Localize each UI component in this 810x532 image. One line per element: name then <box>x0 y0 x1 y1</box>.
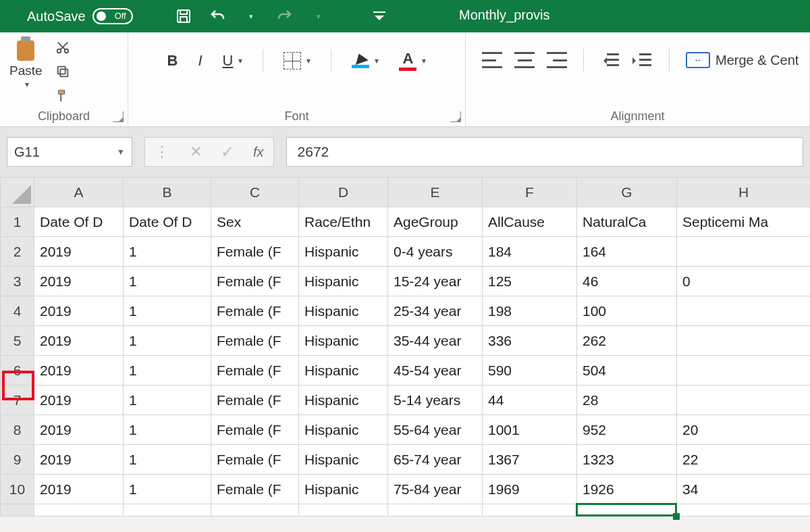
underline-button[interactable]: U ▾ <box>219 51 247 71</box>
dialog-launcher-icon[interactable] <box>113 111 124 122</box>
font-color-button[interactable]: A ▾ <box>395 49 430 72</box>
cell[interactable]: Female (F <box>211 415 299 445</box>
cell[interactable]: Hispanic <box>299 326 388 356</box>
cell[interactable]: Hispanic <box>299 237 388 267</box>
cell[interactable]: 0 <box>677 267 811 296</box>
cell[interactable]: 100 <box>577 296 677 326</box>
align-right-button[interactable] <box>547 52 567 68</box>
borders-button[interactable]: ▾ <box>279 51 315 71</box>
cell[interactable]: Female (F <box>211 475 299 504</box>
cell[interactable]: 75-84 year <box>388 475 483 504</box>
cell[interactable]: Female (F <box>211 445 299 475</box>
cell[interactable] <box>677 326 811 356</box>
autosave-toggle[interactable]: AutoSave Off <box>27 8 133 24</box>
table-row[interactable]: 420191Female (FHispanic25-34 year198100 <box>1 296 811 326</box>
cell[interactable] <box>211 504 299 516</box>
col-header-H[interactable]: H <box>677 178 811 207</box>
cell[interactable]: Female (F <box>211 356 299 385</box>
cell[interactable]: 1969 <box>483 475 577 504</box>
paste-button[interactable]: Paste ▾ <box>9 36 43 104</box>
row-header[interactable] <box>1 504 34 516</box>
cell[interactable]: 0-4 years <box>388 237 483 267</box>
cell[interactable]: 2019 <box>34 267 124 296</box>
cell[interactable]: 5-14 years <box>388 385 483 415</box>
cell[interactable]: 1 <box>124 237 211 267</box>
table-row[interactable]: 720191Female (FHispanic5-14 years4428 <box>1 385 811 415</box>
cell[interactable]: 2019 <box>34 296 124 326</box>
row-header[interactable]: 9 <box>1 445 34 475</box>
cut-icon[interactable] <box>55 39 71 55</box>
row-header[interactable]: 8 <box>1 415 34 445</box>
table-row[interactable]: 1 Date Of D Date Of D Sex Race/Ethn AgeG… <box>1 207 811 237</box>
cell[interactable]: 590 <box>483 356 577 385</box>
increase-indent-button[interactable] <box>632 52 653 68</box>
drag-handle-icon[interactable]: ⋮ <box>155 143 171 161</box>
cell[interactable] <box>34 504 124 516</box>
format-painter-icon[interactable] <box>55 88 71 104</box>
cell[interactable]: Hispanic <box>299 356 388 385</box>
cell[interactable] <box>299 504 388 516</box>
cell[interactable] <box>677 237 811 267</box>
chevron-down-icon[interactable]: ▾ <box>375 56 379 65</box>
cell[interactable]: 22 <box>677 445 811 475</box>
accept-icon[interactable]: ✓ <box>221 142 234 161</box>
cell[interactable]: 2019 <box>34 356 124 385</box>
spreadsheet-grid[interactable]: A B C D E F G H 1 Date Of D Date Of D Se… <box>0 177 810 516</box>
cell[interactable] <box>677 385 811 415</box>
cell[interactable]: Female (F <box>211 326 299 356</box>
col-header-F[interactable]: F <box>483 178 577 207</box>
col-header-G[interactable]: G <box>577 178 677 207</box>
qat-customize-icon[interactable] <box>369 6 389 26</box>
cell[interactable]: 35-44 year <box>388 326 483 356</box>
formula-input[interactable]: 2672 <box>286 137 803 167</box>
cancel-icon[interactable]: ✕ <box>190 143 202 161</box>
cell[interactable]: NaturalCa <box>577 207 677 237</box>
italic-button[interactable]: I <box>194 51 206 71</box>
row-header[interactable]: 4 <box>1 296 34 326</box>
cell[interactable]: 1001 <box>483 415 577 445</box>
col-header-A[interactable]: A <box>34 178 124 207</box>
cell[interactable]: Hispanic <box>299 415 388 445</box>
table-row[interactable] <box>1 504 811 516</box>
cell[interactable]: Female (F <box>211 237 299 267</box>
table-row[interactable]: 920191Female (FHispanic65-74 year1367132… <box>1 445 811 475</box>
cell[interactable]: Date Of D <box>34 207 124 237</box>
cell[interactable]: 25-34 year <box>388 296 483 326</box>
select-all-corner[interactable] <box>1 178 34 207</box>
cell[interactable]: 46 <box>577 267 677 296</box>
cell[interactable]: 2019 <box>34 445 124 475</box>
cell[interactable]: 1367 <box>483 445 577 475</box>
chevron-down-icon[interactable]: ▼ <box>117 147 125 157</box>
cell[interactable]: Hispanic <box>299 296 388 326</box>
align-left-button[interactable] <box>482 52 502 68</box>
cell[interactable]: 45-54 year <box>388 356 483 385</box>
cell[interactable]: 1 <box>124 415 211 445</box>
cell[interactable]: AgeGroup <box>388 207 483 237</box>
col-header-D[interactable]: D <box>299 178 388 207</box>
cell[interactable] <box>388 504 483 516</box>
table-row[interactable]: 520191Female (FHispanic35-44 year336262 <box>1 326 811 356</box>
cell[interactable]: 65-74 year <box>388 445 483 475</box>
cell[interactable]: Race/Ethn <box>299 207 388 237</box>
cell[interactable]: 1 <box>124 475 211 504</box>
redo-dropdown-icon[interactable]: ▾ <box>308 6 329 26</box>
merge-center-button[interactable]: ↔ Merge & Cent <box>686 52 799 68</box>
redo-icon[interactable] <box>275 6 295 26</box>
cell[interactable]: 184 <box>483 237 577 267</box>
undo-dropdown-icon[interactable]: ▾ <box>241 6 261 26</box>
name-box[interactable]: G11 ▼ <box>7 137 132 167</box>
cell[interactable]: 952 <box>577 415 677 445</box>
cell[interactable]: Hispanic <box>299 445 388 475</box>
cell[interactable]: Hispanic <box>299 385 388 415</box>
cell[interactable]: Sex <box>211 207 299 237</box>
cell[interactable]: 1 <box>124 296 211 326</box>
align-center-button[interactable] <box>514 52 535 68</box>
cell[interactable]: Date Of D <box>124 207 211 237</box>
sheet-table[interactable]: A B C D E F G H 1 Date Of D Date Of D Se… <box>0 177 810 516</box>
dialog-launcher-icon[interactable] <box>450 111 461 122</box>
cell[interactable]: Hispanic <box>299 267 388 296</box>
table-row[interactable]: 220191Female (FHispanic0-4 years184164 <box>1 237 811 267</box>
col-header-B[interactable]: B <box>124 178 211 207</box>
cell[interactable]: 1323 <box>577 445 677 475</box>
table-row[interactable]: 620191Female (FHispanic45-54 year590504 <box>1 356 811 385</box>
